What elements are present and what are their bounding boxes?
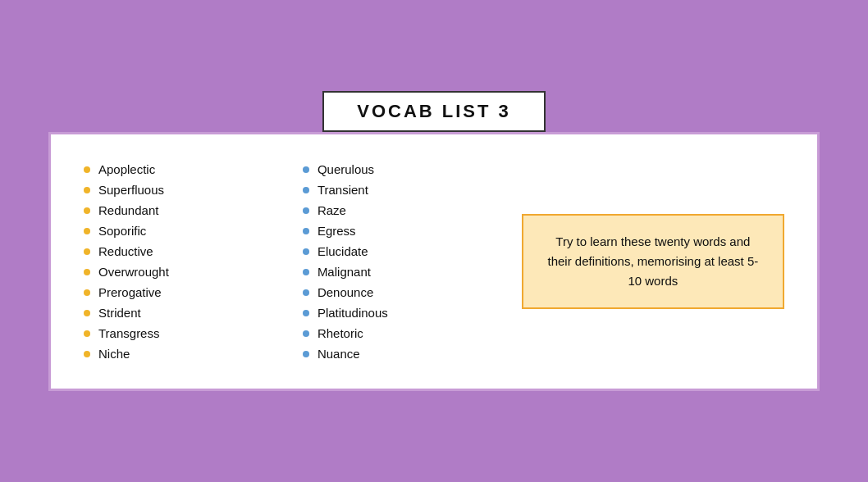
word-label: Soporific	[98, 224, 146, 238]
word-label: Nuance	[318, 347, 360, 361]
word-label: Reductive	[98, 244, 153, 258]
bullet-icon	[303, 248, 309, 255]
list-item: Strident	[84, 302, 303, 323]
word-label: Denounce	[318, 285, 373, 299]
bullet-icon	[84, 207, 90, 214]
bullet-icon	[84, 187, 90, 193]
list-item: Prerogative	[84, 282, 303, 302]
bullet-icon	[303, 330, 309, 337]
list-item: Rhetoric	[303, 323, 522, 343]
bullet-icon	[84, 351, 90, 357]
word-label: Querulous	[318, 162, 374, 176]
bullet-icon	[303, 187, 309, 193]
note-box: Try to learn these twenty words and thei…	[522, 214, 784, 309]
list-item: Platitudinous	[303, 302, 522, 323]
list-item: Apoplectic	[84, 159, 303, 180]
column-2: QuerulousTransientRazeEgressElucidateMal…	[303, 159, 522, 364]
word-label: Strident	[98, 306, 141, 320]
word-label: Overwrought	[98, 265, 169, 279]
list-item: Denounce	[303, 282, 522, 302]
word-label: Egress	[318, 224, 356, 238]
word-label: Superfluous	[98, 183, 164, 197]
bullet-icon	[303, 269, 309, 275]
word-label: Malignant	[318, 265, 371, 279]
list-item: Raze	[303, 200, 522, 221]
word-label: Apoplectic	[98, 162, 155, 176]
word-label: Redundant	[98, 203, 158, 217]
word-label: Platitudinous	[318, 306, 388, 320]
bullet-icon	[84, 289, 90, 296]
list-item: Transgress	[84, 323, 303, 343]
right-area: Try to learn these twenty words and thei…	[522, 159, 784, 364]
bullet-icon	[84, 228, 90, 234]
word-label: Elucidate	[318, 244, 368, 258]
column-1: ApoplecticSuperfluousRedundantSoporificR…	[84, 159, 303, 364]
bullet-icon	[303, 351, 309, 357]
list-item: Elucidate	[303, 241, 522, 261]
bullet-icon	[84, 330, 90, 337]
list-item: Nuance	[303, 343, 522, 364]
list-item: Querulous	[303, 159, 522, 180]
word-label: Raze	[318, 203, 346, 217]
bullet-icon	[84, 166, 90, 173]
list-item: Niche	[84, 343, 303, 364]
bullet-icon	[303, 166, 309, 173]
content-area: ApoplecticSuperfluousRedundantSoporificR…	[84, 159, 784, 364]
word-label: Rhetoric	[318, 326, 363, 340]
bullet-icon	[84, 248, 90, 255]
list-item: Soporific	[84, 221, 303, 241]
word-label: Transient	[318, 183, 368, 197]
bullet-icon	[303, 310, 309, 316]
list-item: Redundant	[84, 200, 303, 221]
list-item: Egress	[303, 221, 522, 241]
bullet-icon	[303, 207, 309, 214]
list-item: Malignant	[303, 261, 522, 282]
list-item: Reductive	[84, 241, 303, 261]
bullet-icon	[303, 289, 309, 296]
word-label: Transgress	[98, 326, 159, 340]
bullet-icon	[84, 269, 90, 275]
list-item: Overwrought	[84, 261, 303, 282]
word-label: Prerogative	[98, 285, 162, 299]
note-text: Try to learn these twenty words and thei…	[544, 232, 762, 291]
bullet-icon	[84, 310, 90, 316]
main-container: ApoplecticSuperfluousRedundantSoporificR…	[48, 132, 820, 391]
bullet-icon	[303, 228, 309, 234]
page-title: VOCAB LIST 3	[357, 101, 511, 121]
title-box: VOCAB LIST 3	[322, 91, 546, 132]
word-label: Niche	[98, 347, 130, 361]
list-item: Transient	[303, 180, 522, 200]
list-item: Superfluous	[84, 180, 303, 200]
